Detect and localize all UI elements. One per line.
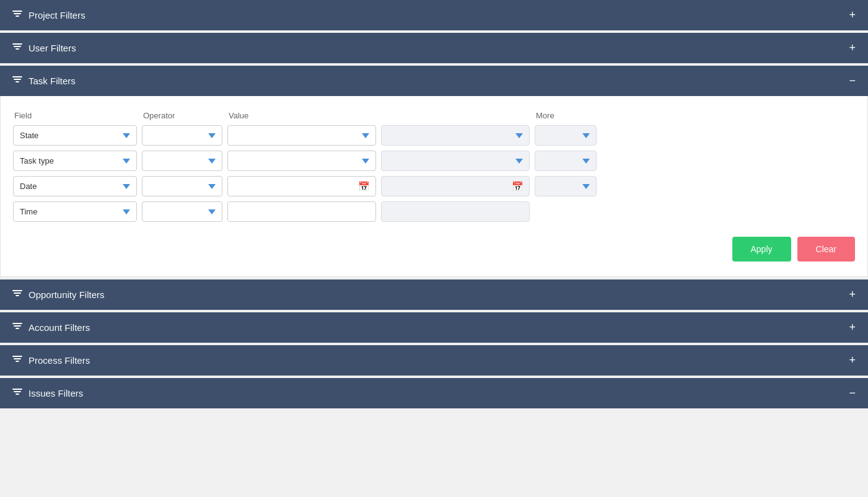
process-filters-header[interactable]: Process Filters +	[0, 345, 868, 376]
filter-icon-task	[12, 75, 22, 87]
opportunity-filters-header[interactable]: Opportunity Filters +	[0, 279, 868, 310]
clear-button[interactable]: Clear	[797, 237, 855, 262]
operator-column-label: Operator	[142, 111, 222, 120]
task-filters-toggle[interactable]: −	[849, 74, 856, 87]
process-filters-label: Process Filters	[28, 355, 90, 366]
filter-icon-process	[12, 354, 22, 366]
value1-select-row1[interactable]	[227, 125, 376, 146]
issues-filters-section: Issues Filters −	[0, 378, 868, 408]
date-input-1-wrapper: 📅	[227, 176, 376, 196]
user-filters-label: User Filters	[28, 43, 76, 53]
table-row: Date 📅 📅	[13, 176, 855, 196]
account-filters-header[interactable]: Account Filters +	[0, 312, 868, 343]
more-select-row2[interactable]	[535, 151, 597, 171]
value2-select-row1[interactable]	[381, 125, 530, 146]
account-filters-section: Account Filters +	[0, 312, 868, 343]
opportunity-filters-toggle[interactable]: +	[849, 288, 856, 301]
operator-select-row3[interactable]	[142, 176, 222, 196]
filter-icon-issues	[12, 387, 22, 399]
project-filters-header[interactable]: Project Filters +	[0, 0, 868, 30]
filter-icon-project	[12, 9, 22, 21]
action-buttons: Apply Clear	[13, 237, 855, 262]
task-filters-section: Task Filters − Field Operator Value More…	[0, 66, 868, 277]
value-column-label: Value	[227, 111, 376, 120]
date-input-1[interactable]	[227, 176, 376, 196]
operator-select-row4[interactable]	[142, 201, 222, 222]
process-filters-toggle[interactable]: +	[849, 354, 856, 367]
filter-column-headers: Field Operator Value More	[13, 111, 855, 120]
time-value-input-1[interactable]	[227, 201, 376, 222]
date-input-2[interactable]	[381, 176, 530, 196]
apply-button[interactable]: Apply	[732, 237, 791, 262]
account-filters-label: Account Filters	[28, 322, 90, 333]
operator-select-row2[interactable]	[142, 151, 222, 171]
project-filters-section: Project Filters +	[0, 0, 868, 30]
filter-icon-user	[12, 42, 22, 54]
issues-filters-label: Issues Filters	[28, 388, 83, 398]
field-select-row3[interactable]: Date	[13, 176, 137, 196]
opportunity-filters-label: Opportunity Filters	[28, 289, 105, 300]
process-filters-section: Process Filters +	[0, 345, 868, 376]
user-filters-header[interactable]: User Filters +	[0, 33, 868, 63]
task-filters-header[interactable]: Task Filters −	[0, 66, 868, 96]
filter-icon-account	[12, 322, 22, 333]
value1-select-row2[interactable]	[227, 151, 376, 171]
more-column-label: More	[535, 111, 597, 120]
table-row: State	[13, 125, 855, 146]
issues-filters-header[interactable]: Issues Filters −	[0, 378, 868, 408]
more-select-row1[interactable]	[535, 125, 597, 146]
operator-select-row1[interactable]	[142, 125, 222, 146]
task-filters-content: Field Operator Value More State	[0, 96, 868, 277]
project-filters-label: Project Filters	[28, 10, 85, 20]
time-value-input-2[interactable]	[381, 201, 530, 222]
project-filters-toggle[interactable]: +	[849, 9, 856, 22]
user-filters-toggle[interactable]: +	[849, 42, 856, 55]
opportunity-filters-section: Opportunity Filters +	[0, 279, 868, 310]
user-filters-section: User Filters +	[0, 33, 868, 63]
account-filters-toggle[interactable]: +	[849, 321, 856, 334]
table-row: Task type	[13, 151, 855, 171]
more-select-row3[interactable]	[535, 176, 597, 196]
filter-rows: State Task type	[13, 125, 855, 222]
date-input-2-wrapper: 📅	[381, 176, 530, 196]
field-select-row1[interactable]: State	[13, 125, 137, 146]
value2-select-row2[interactable]	[381, 151, 530, 171]
field-select-row4[interactable]: Time	[13, 201, 137, 222]
table-row: Time	[13, 201, 855, 222]
issues-filters-toggle[interactable]: −	[849, 387, 856, 400]
task-filters-label: Task Filters	[28, 76, 76, 86]
field-column-label: Field	[13, 111, 137, 120]
field-select-row2[interactable]: Task type	[13, 151, 137, 171]
filter-icon-opportunity	[12, 289, 22, 301]
